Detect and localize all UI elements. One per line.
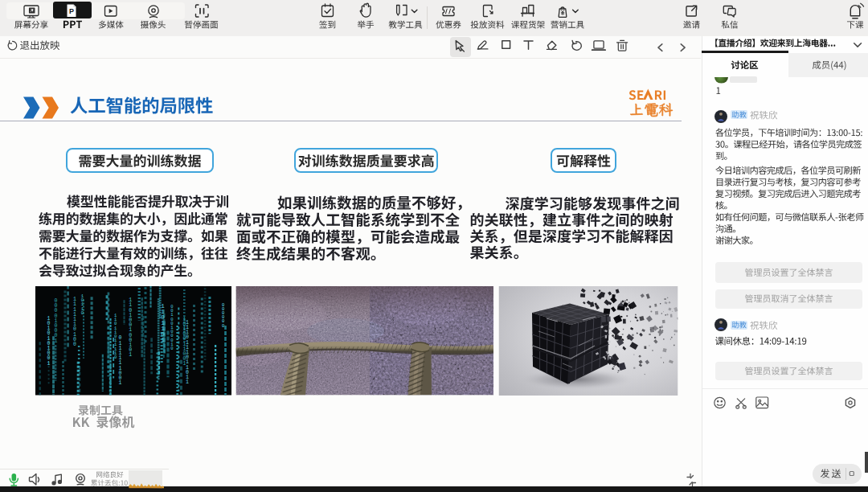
svg-text:1111110100: 1111110100 <box>73 297 76 347</box>
svg-text:0111111001: 0111111001 <box>119 335 122 386</box>
svg-text:000010001: 000010001 <box>55 298 58 344</box>
svg-text:1010101001: 1010101001 <box>47 316 51 367</box>
svg-text:P: P <box>69 7 74 15</box>
svg-text:1101101: 1101101 <box>161 303 165 344</box>
svg-text:000000: 000000 <box>222 302 224 329</box>
svg-text:110100100101: 110100100101 <box>129 297 132 358</box>
svg-text:1110111011011: 1110111011011 <box>186 320 189 385</box>
